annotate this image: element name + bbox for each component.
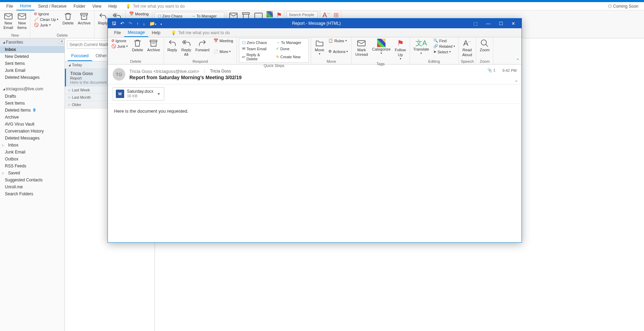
qat-undo[interactable]: ↶: [119, 20, 126, 27]
addins-icon[interactable]: ⊞: [334, 11, 339, 19]
folder-unroll-me[interactable]: Unroll.me: [0, 183, 65, 190]
tell-me-search[interactable]: 💡 Tell me what you want to do: [126, 4, 185, 9]
folder-inbox[interactable]: Inbox: [0, 46, 65, 53]
folder-archive[interactable]: Archive: [0, 114, 65, 121]
msg-translate-button[interactable]: 文A Translate▾: [412, 38, 430, 56]
msg-reply-button[interactable]: Reply: [166, 38, 179, 53]
message-body[interactable]: Here is the document you requested.: [108, 104, 522, 242]
folder-avg-virus-vault[interactable]: AVG Virus Vault: [0, 121, 65, 128]
cleanup-button[interactable]: 🧹Clean Up▾: [32, 17, 60, 22]
reply-icon: [98, 12, 107, 21]
recipient-name: Tricia Goss: [210, 69, 231, 74]
message-titlebar[interactable]: 🖫 ↶ ↷ ↑ ↓ 📁▾ ▾ Report - Message (HTML) ⬚…: [108, 18, 522, 28]
window-maximize[interactable]: ☐: [495, 20, 507, 28]
meeting-button[interactable]: 📅Meeting: [128, 11, 150, 16]
msg-quicksteps-gallery[interactable]: ▢Zero Chaos →To Manager ✉Team Email ✓Don…: [239, 38, 309, 63]
msg-meeting-button[interactable]: 📅Meeting: [212, 38, 234, 43]
qs-done[interactable]: ✓Done: [274, 46, 308, 52]
msg-more-button[interactable]: 📄More▾: [212, 49, 234, 54]
qat-redo[interactable]: ↷: [127, 20, 134, 27]
qat-move-to[interactable]: 📁▾: [148, 20, 158, 27]
collapse-ribbon-button[interactable]: ⌃: [516, 58, 519, 63]
qs-create-new[interactable]: ✎Create New: [274, 52, 308, 62]
menu-help[interactable]: Help: [105, 2, 121, 10]
menu-file[interactable]: File: [3, 2, 16, 10]
msg-related-button[interactable]: 🔗Related▾: [432, 44, 456, 49]
msg-menu-help[interactable]: Help: [148, 29, 164, 37]
archive-button[interactable]: Archive: [76, 11, 92, 26]
folder-new-deleted[interactable]: New Deleted: [0, 53, 65, 60]
reply-label: Reply: [98, 21, 108, 25]
folder-suggested-contacts[interactable]: Suggested Contacts: [0, 176, 65, 183]
msg-forward-button[interactable]: Forward: [194, 38, 211, 53]
window-ribbon-mode[interactable]: ⬚: [469, 20, 482, 28]
msg-select-button[interactable]: ➤Select▾: [432, 49, 456, 54]
menu-home[interactable]: Home: [16, 2, 35, 10]
ignore-button[interactable]: ⊘Ignore: [32, 11, 60, 16]
folder-deleted-messages-2[interactable]: Deleted Messages: [0, 135, 65, 142]
msg-followup-button[interactable]: ⚑ Follow Up▾: [394, 38, 407, 61]
msg-tell-me[interactable]: 💡 Tell me what you want to do: [171, 30, 230, 35]
folder-outbox[interactable]: Outbox: [0, 156, 65, 163]
qat-save[interactable]: 🖫: [110, 20, 118, 27]
categorize-icon[interactable]: [267, 11, 273, 17]
folder-deleted-items[interactable]: Deleted Items9: [0, 107, 65, 114]
qat-customize[interactable]: ▾: [159, 20, 164, 27]
menu-send-receive[interactable]: Send / Receive: [35, 2, 70, 10]
collapse-folder-pane[interactable]: <: [59, 39, 65, 44]
expand-header-button[interactable]: ⌄: [515, 78, 518, 83]
folder-sent-items[interactable]: Sent Items: [0, 60, 65, 67]
msg-zoom-button[interactable]: Zoom: [478, 38, 491, 53]
msg-find-button[interactable]: 🔍Find: [432, 38, 456, 43]
sender-avatar[interactable]: TG: [113, 68, 125, 81]
folder-conversation-history[interactable]: Conversation History: [0, 128, 65, 135]
window-close[interactable]: ✕: [507, 20, 519, 28]
tab-focused[interactable]: Focused: [68, 51, 92, 61]
main-menu-bar: File Home Send / Receive Folder View Hel…: [0, 2, 644, 10]
msg-menu-message[interactable]: Message: [124, 29, 148, 37]
folder-rss-feeds[interactable]: RSS Feeds: [0, 163, 65, 170]
link-icon: 🔗: [433, 44, 438, 48]
folder-saved[interactable]: ▷ Saved: [0, 170, 65, 176]
msg-read-aloud-button[interactable]: A〰 Read Aloud: [461, 38, 473, 58]
msg-reply-all-button[interactable]: Reply All: [180, 38, 193, 58]
msg-archive-button[interactable]: Archive: [146, 38, 162, 53]
junk-button[interactable]: 🚫Junk▾: [32, 22, 60, 28]
sender-email: Tricia Goss <triciagoss@live.com>: [129, 69, 199, 74]
coming-soon-button[interactable]: ⬡ Coming Soon: [608, 4, 641, 9]
msg-menu-file[interactable]: File: [111, 29, 124, 37]
menu-folder[interactable]: Folder: [70, 2, 89, 10]
msg-junk-button[interactable]: 🚫Junk▾: [110, 44, 129, 49]
delete-button[interactable]: Delete: [61, 11, 75, 26]
folder-sent-items-2[interactable]: Sent Items: [0, 100, 65, 107]
search-people-input[interactable]: [286, 11, 318, 18]
account-header[interactable]: ◢triciagoss@live.com: [0, 85, 65, 93]
qs-reply-delete[interactable]: ↩Reply & Delete: [240, 52, 274, 62]
folder-junk-email-2[interactable]: Junk Email: [0, 149, 65, 156]
msg-delete-button[interactable]: Delete: [130, 38, 144, 53]
msg-rules-button[interactable]: 📋Rules▾: [327, 38, 349, 43]
msg-categorize-button[interactable]: Categorize▾: [371, 38, 392, 56]
qs-team-email[interactable]: ✉Team Email: [240, 46, 274, 52]
qs-zero-chaos[interactable]: ▢Zero Chaos: [240, 39, 274, 45]
folder-search-folders[interactable]: Search Folders: [0, 190, 65, 197]
msg-actions-button[interactable]: ⚙Actions▾: [327, 49, 349, 54]
folder-inbox-2[interactable]: ▷ Inbox: [0, 142, 65, 149]
menu-view[interactable]: View: [89, 2, 105, 10]
window-minimize[interactable]: —: [482, 20, 495, 28]
qat-prev[interactable]: ↑: [135, 20, 141, 27]
msg-ignore-button[interactable]: ⊘Ignore: [110, 38, 129, 43]
favorites-header[interactable]: ◢Favorites: [0, 38, 65, 46]
qs-to-manager[interactable]: →To Manager: [274, 39, 308, 45]
folder-drafts[interactable]: Drafts: [0, 93, 65, 100]
new-items-button[interactable]: New Items: [16, 11, 28, 31]
qat-next[interactable]: ↓: [141, 20, 147, 27]
folder-junk-email[interactable]: Junk Email: [0, 67, 65, 74]
attachment-dropdown[interactable]: ▾: [156, 91, 161, 96]
attachment-item[interactable]: W Saturday.docx 16 KB ▾: [113, 87, 164, 100]
new-email-button[interactable]: New Email: [2, 11, 15, 31]
flag-icon[interactable]: ⚑: [276, 11, 282, 19]
msg-mark-unread-button[interactable]: Mark Unread: [354, 38, 369, 58]
msg-move-button[interactable]: Move▾: [313, 38, 325, 57]
folder-deleted-messages[interactable]: Deleted Messages: [0, 74, 65, 81]
